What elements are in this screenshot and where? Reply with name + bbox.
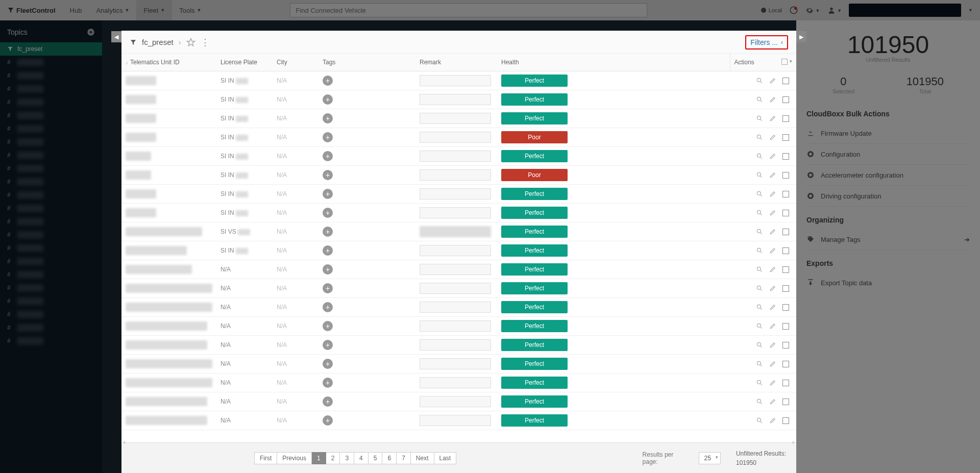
export-topic-button[interactable]: Export Topic data: [806, 272, 970, 293]
col-city[interactable]: City: [273, 54, 318, 71]
edit-icon[interactable]: [769, 96, 776, 103]
results-table-wrap[interactable]: ↓Telematics Unit ID License Plate City T…: [121, 54, 796, 442]
add-tag-button[interactable]: +: [323, 132, 333, 142]
nav-fleet[interactable]: Fleet▼: [136, 0, 172, 20]
search-icon[interactable]: [756, 190, 763, 197]
add-tag-button[interactable]: +: [323, 151, 333, 161]
add-tag-button[interactable]: +: [323, 189, 333, 199]
remark-input[interactable]: [420, 415, 491, 426]
rpp-select[interactable]: 25: [699, 452, 721, 464]
col-remark[interactable]: Remark: [415, 54, 497, 71]
edit-icon[interactable]: [769, 360, 776, 367]
row-checkbox[interactable]: [782, 134, 789, 141]
topic-item[interactable]: #██████: [0, 255, 102, 268]
remark-input[interactable]: [420, 358, 491, 369]
edit-icon[interactable]: [769, 417, 776, 424]
search-icon[interactable]: [756, 96, 763, 103]
col-tags[interactable]: Tags: [318, 54, 415, 71]
add-tag-button[interactable]: +: [323, 94, 333, 105]
favorite-button[interactable]: [186, 38, 195, 47]
add-tag-button[interactable]: +: [323, 245, 333, 256]
col-plate[interactable]: License Plate: [216, 54, 273, 71]
edit-icon[interactable]: [769, 228, 776, 235]
search-icon[interactable]: [756, 322, 763, 330]
add-tag-button[interactable]: +: [323, 302, 333, 312]
bulk-action[interactable]: Firmware Update: [806, 123, 970, 144]
topic-item[interactable]: #██████: [0, 215, 102, 228]
page-button[interactable]: Next: [411, 452, 434, 464]
bulk-action[interactable]: Configuration: [806, 144, 970, 165]
topic-item[interactable]: #██████: [0, 95, 102, 109]
search-icon[interactable]: [756, 77, 763, 84]
add-tag-button[interactable]: +: [323, 359, 333, 369]
topic-item-active[interactable]: fc_preset: [0, 42, 102, 56]
row-checkbox[interactable]: [782, 78, 789, 84]
add-tag-button[interactable]: +: [323, 113, 333, 123]
edit-icon[interactable]: [769, 209, 776, 216]
topic-item[interactable]: #██████: [0, 122, 102, 135]
remark-input[interactable]: [420, 377, 491, 388]
topic-item[interactable]: #██████: [0, 56, 102, 69]
col-telematics-id[interactable]: ↓Telematics Unit ID: [121, 54, 216, 71]
add-tag-button[interactable]: +: [323, 227, 333, 237]
search-icon[interactable]: [756, 285, 763, 292]
search-icon[interactable]: [756, 341, 763, 348]
add-tag-button[interactable]: +: [323, 340, 333, 350]
topic-item[interactable]: #██████: [0, 202, 102, 215]
row-checkbox[interactable]: [782, 172, 789, 179]
filters-button[interactable]: Filters ... ‹: [745, 35, 788, 49]
row-checkbox[interactable]: [782, 210, 789, 216]
remark-input[interactable]: [420, 75, 491, 86]
row-checkbox[interactable]: [782, 323, 789, 330]
page-button[interactable]: 5: [369, 452, 383, 464]
search-icon[interactable]: [756, 209, 763, 216]
hscroll-left[interactable]: ‹: [124, 439, 126, 445]
search-icon[interactable]: [756, 153, 763, 160]
edit-icon[interactable]: [769, 266, 776, 273]
hscroll-right[interactable]: ›: [792, 439, 794, 445]
topic-item[interactable]: #██████: [0, 188, 102, 202]
edit-icon[interactable]: [769, 379, 776, 386]
add-tag-button[interactable]: +: [323, 396, 333, 407]
user-menu-caret[interactable]: ▼: [968, 8, 973, 13]
row-checkbox[interactable]: [782, 229, 789, 235]
row-checkbox[interactable]: [782, 153, 789, 160]
remark-input[interactable]: [420, 245, 491, 256]
page-button[interactable]: 1: [312, 452, 326, 464]
edit-icon[interactable]: [769, 247, 776, 254]
search-icon[interactable]: [756, 115, 763, 122]
add-tag-button[interactable]: +: [323, 378, 333, 388]
search-icon[interactable]: [756, 398, 763, 405]
row-checkbox[interactable]: [782, 304, 789, 311]
edit-icon[interactable]: [769, 322, 776, 330]
add-tag-button[interactable]: +: [323, 208, 333, 218]
alert-icon[interactable]: [789, 6, 798, 15]
edit-icon[interactable]: [769, 77, 776, 84]
search-input[interactable]: [290, 3, 647, 17]
add-tag-button[interactable]: +: [323, 264, 333, 275]
remark-input[interactable]: [420, 320, 491, 332]
nav-tools[interactable]: Tools▼: [172, 0, 208, 20]
select-all-checkbox[interactable]: [781, 59, 788, 65]
search-icon[interactable]: [756, 228, 763, 235]
modal-prev-button[interactable]: ◀: [111, 31, 121, 42]
add-tag-button[interactable]: +: [323, 170, 333, 180]
edit-icon[interactable]: [769, 171, 776, 179]
add-tag-button[interactable]: +: [323, 76, 333, 86]
row-checkbox[interactable]: [782, 380, 789, 386]
row-checkbox[interactable]: [782, 399, 789, 405]
row-checkbox[interactable]: [782, 191, 789, 197]
page-button[interactable]: 6: [382, 452, 397, 464]
add-tag-button[interactable]: +: [323, 415, 333, 426]
edit-icon[interactable]: [769, 285, 776, 292]
breadcrumb-topic[interactable]: fc_preset: [142, 38, 174, 46]
topic-item[interactable]: #██████: [0, 268, 102, 281]
row-checkbox[interactable]: [782, 266, 789, 273]
page-button[interactable]: 4: [354, 452, 369, 464]
search-icon[interactable]: [756, 304, 763, 311]
nav-analytics[interactable]: Analytics▼: [89, 0, 136, 20]
settings-icon[interactable]: ▼: [805, 6, 820, 15]
search-icon[interactable]: [756, 379, 763, 386]
topic-item[interactable]: #██████: [0, 241, 102, 255]
page-button[interactable]: Last: [434, 452, 457, 464]
